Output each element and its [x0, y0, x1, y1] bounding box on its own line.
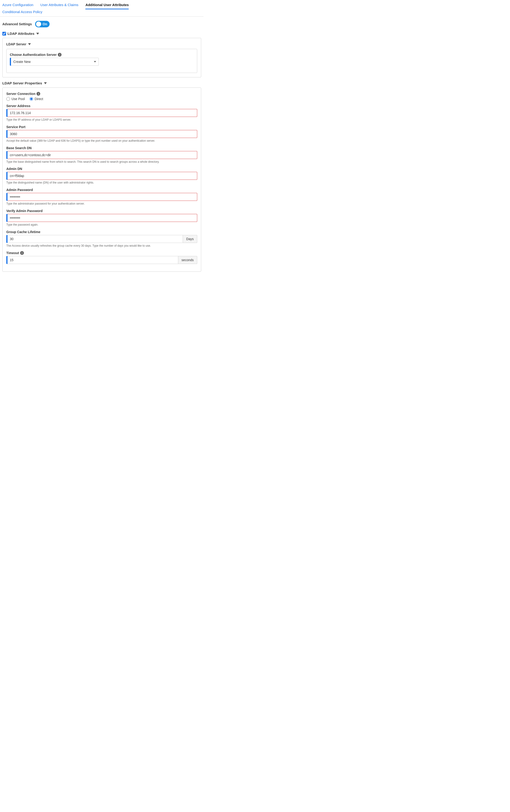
- choose-auth-server-select[interactable]: Create New: [11, 58, 99, 66]
- timeout-input-wrapper: [6, 256, 178, 264]
- choose-auth-server-info-icon[interactable]: i: [58, 53, 61, 57]
- direct-label: Direct: [35, 97, 43, 101]
- timeout-group: Timeout i seconds: [6, 251, 197, 264]
- admin-dn-label: Admin DN: [6, 167, 197, 171]
- group-cache-lifetime-hint: The Access device usually refreshes the …: [6, 244, 197, 248]
- advanced-settings-row: Advanced Settings On: [2, 21, 201, 27]
- verify-admin-password-label: Verify Admin Password: [6, 209, 197, 213]
- server-address-hint: Type the IP address of your LDAP or LDAP…: [6, 118, 197, 122]
- admin-password-hint: Type the administrator password for your…: [6, 202, 197, 206]
- ldap-props-header: LDAP Server Properties: [2, 81, 201, 85]
- admin-password-input[interactable]: [7, 193, 197, 201]
- ldap-props-card: Server Connection i Use Pool Direct: [2, 87, 201, 272]
- tab-azure-config[interactable]: Azure Configuration: [2, 3, 33, 9]
- server-address-input[interactable]: [7, 109, 197, 117]
- ldap-server-chevron[interactable]: [28, 43, 31, 45]
- base-search-dn-hint: Type the base distinguished name from wh…: [6, 160, 197, 164]
- server-connection-label: Server Connection i: [6, 92, 197, 96]
- admin-dn-hint: Type the distinguished name (DN) of the …: [6, 181, 197, 185]
- timeout-input-with-suffix: seconds: [6, 256, 197, 264]
- server-connection-radio-group: Use Pool Direct: [6, 97, 197, 101]
- server-address-label: Server Address: [6, 104, 197, 108]
- tab-user-attributes[interactable]: User Attributes & Claims: [40, 3, 79, 9]
- base-search-dn-input[interactable]: [7, 151, 197, 159]
- timeout-input[interactable]: [7, 256, 178, 264]
- direct-radio[interactable]: [29, 97, 33, 101]
- admin-password-group: Admin Password Type the administrator pa…: [6, 188, 197, 206]
- group-cache-lifetime-input[interactable]: [7, 235, 183, 243]
- direct-radio-item[interactable]: Direct: [29, 97, 43, 101]
- group-cache-lifetime-input-wrapper: [6, 235, 183, 243]
- base-search-dn-label: Base Search DN: [6, 146, 197, 150]
- service-port-input-wrapper: [6, 130, 197, 138]
- ldap-server-subsection-header: LDAP Server: [6, 42, 197, 46]
- server-address-input-wrapper: [6, 109, 197, 117]
- verify-admin-password-hint: Type the password again.: [6, 223, 197, 227]
- ldap-attributes-checkbox[interactable]: [2, 32, 6, 35]
- timeout-info-icon[interactable]: i: [20, 251, 24, 255]
- admin-password-input-wrapper: [6, 193, 197, 201]
- toggle-label: On: [42, 22, 47, 26]
- advanced-settings-toggle[interactable]: On: [35, 21, 50, 27]
- ldap-attributes-title: LDAP Attributes: [7, 32, 34, 35]
- ldap-props-chevron[interactable]: [44, 82, 47, 84]
- tab-additional-user-attributes[interactable]: Additional User Attributes: [85, 3, 129, 9]
- admin-dn-group: Admin DN Type the distinguished name (DN…: [6, 167, 197, 185]
- choose-auth-server-group: Choose Authentication Server i Create Ne…: [10, 53, 194, 66]
- page-content: Advanced Settings On LDAP Attributes LDA…: [0, 17, 203, 279]
- tab-conditional-access[interactable]: Conditional Access Policy: [2, 10, 42, 17]
- server-connection-group: Server Connection i Use Pool Direct: [6, 92, 197, 101]
- base-search-dn-input-wrapper: [6, 151, 197, 159]
- verify-admin-password-input[interactable]: [7, 214, 197, 222]
- timeout-label: Timeout i: [6, 251, 197, 255]
- choose-auth-server-select-wrapper: Create New: [10, 58, 99, 66]
- group-cache-lifetime-group: Group Cache Lifetime Days The Access dev…: [6, 230, 197, 248]
- verify-admin-password-group: Verify Admin Password Type the password …: [6, 209, 197, 227]
- group-cache-lifetime-label: Group Cache Lifetime: [6, 230, 197, 234]
- ldap-server-title: LDAP Server: [6, 42, 26, 46]
- ldap-server-card: LDAP Server Choose Authentication Server…: [2, 38, 201, 78]
- advanced-settings-label: Advanced Settings: [2, 22, 32, 26]
- server-address-group: Server Address Type the IP address of yo…: [6, 104, 197, 122]
- service-port-input[interactable]: [7, 130, 197, 138]
- service-port-label: Service Port: [6, 125, 197, 129]
- ldap-attributes-header: LDAP Attributes: [2, 32, 201, 35]
- nav-tabs: Azure Configuration User Attributes & Cl…: [0, 0, 203, 17]
- base-search-dn-group: Base Search DN Type the base distinguish…: [6, 146, 197, 164]
- use-pool-radio-item[interactable]: Use Pool: [6, 97, 25, 101]
- ldap-server-properties-section: LDAP Server Properties Server Connection…: [2, 81, 201, 272]
- choose-auth-server-label: Choose Authentication Server i: [10, 53, 194, 57]
- group-cache-lifetime-suffix: Days: [183, 235, 197, 243]
- service-port-group: Service Port Accept the default value (3…: [6, 125, 197, 143]
- server-connection-info-icon[interactable]: i: [36, 92, 40, 96]
- use-pool-radio[interactable]: [6, 97, 10, 101]
- admin-dn-input-wrapper: [6, 172, 197, 180]
- toggle-knob: [36, 22, 41, 27]
- verify-admin-password-input-wrapper: [6, 214, 197, 222]
- admin-password-label: Admin Password: [6, 188, 197, 192]
- ldap-props-title: LDAP Server Properties: [2, 81, 42, 85]
- timeout-suffix: seconds: [178, 256, 197, 264]
- use-pool-label: Use Pool: [11, 97, 25, 101]
- ldap-attributes-chevron[interactable]: [36, 33, 39, 35]
- admin-dn-input[interactable]: [7, 172, 197, 180]
- ldap-server-inner-card: Choose Authentication Server i Create Ne…: [6, 49, 197, 73]
- service-port-hint: Accept the default value (389 for LDAP a…: [6, 139, 197, 143]
- group-cache-lifetime-input-with-suffix: Days: [6, 235, 197, 243]
